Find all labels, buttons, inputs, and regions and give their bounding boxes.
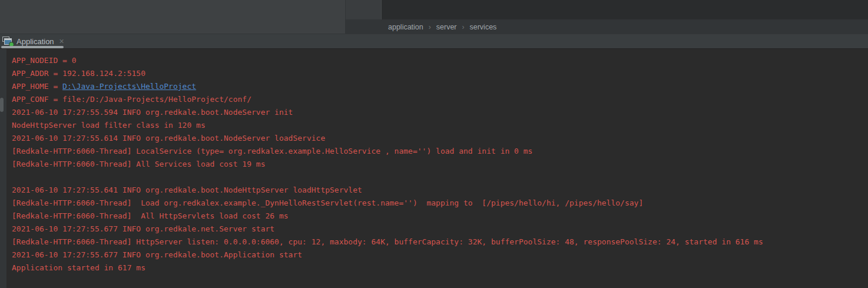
log-text: [Redkale-HTTP:6060-Thread] HttpServer li…: [12, 237, 763, 246]
console-panel: APP_NODEID = 0APP_ADDR = 192.168.124.2:5…: [0, 48, 868, 288]
log-line: [Redkale-HTTP:6060-Thread] LocalService …: [12, 145, 868, 158]
log-line: APP_HOME = D:\Java-Projects\HelloProject: [12, 80, 868, 93]
log-text: 2021-06-10 17:27:55.677 INFO org.redkale…: [12, 250, 302, 259]
log-text: APP_HOME =: [12, 82, 62, 91]
ide-window: application›server›services Application …: [0, 0, 868, 288]
log-text: [Redkale-HTTP:6060-Thread] LocalService …: [12, 147, 532, 155]
log-line: 2021-06-10 17:27:55.594 INFO org.redkale…: [12, 106, 868, 119]
log-text: [Redkale-HTTP:6060-Thread] Load org.redk…: [12, 198, 643, 207]
log-line: APP_NODEID = 0: [12, 54, 868, 67]
log-line: 2021-06-10 17:27:55.677 INFO org.redkale…: [12, 249, 868, 261]
log-line: APP_CONF = file:/D:/Java-Projects/HelloP…: [12, 93, 868, 106]
log-line: NodeHttpServer load filter class in 120 …: [12, 119, 868, 132]
log-text: 2021-06-10 17:27:55.614 INFO org.redkale…: [12, 134, 325, 143]
editor-top-panel: [382, 0, 868, 19]
top-panels: application›server›services: [0, 0, 868, 34]
log-line: 2021-06-10 17:27:55.677 INFO org.redkale…: [12, 223, 868, 236]
editor-area-panel: [0, 0, 345, 34]
log-line: [12, 171, 868, 184]
breadcrumb-item-server[interactable]: server: [436, 23, 457, 31]
log-line: APP_ADDR = 192.168.124.2:5150: [12, 67, 868, 80]
breadcrumb-item-services[interactable]: services: [470, 23, 497, 31]
log-line: [Redkale-HTTP:6060-Thread] All Services …: [12, 158, 868, 171]
log-line: Application started in 617 ms: [12, 261, 868, 274]
close-icon[interactable]: ×: [59, 37, 64, 45]
log-line: [Redkale-HTTP:6060-Thread] All HttpServl…: [12, 210, 868, 223]
log-line: [Redkale-HTTP:6060-Thread] Load org.redk…: [12, 197, 868, 210]
log-text: [Redkale-HTTP:6060-Thread] All Services …: [12, 160, 265, 168]
log-text: [Redkale-HTTP:6060-Thread] All HttpServl…: [12, 211, 289, 220]
log-text: 2021-06-10 17:27:55.677 INFO org.redkale…: [12, 224, 274, 233]
console-log: APP_NODEID = 0APP_ADDR = 192.168.124.2:5…: [0, 49, 868, 288]
run-console-icon: [2, 37, 13, 46]
log-line: [Redkale-HTTP:6060-Thread] HttpServer li…: [12, 236, 868, 249]
log-text: NodeHttpServer load filter class in 120 …: [12, 121, 206, 130]
chevron-separator-icon: ›: [429, 23, 431, 31]
breadcrumb-item-application[interactable]: application: [388, 23, 423, 31]
log-text: Application started in 617 ms: [12, 263, 145, 272]
breadcrumb: application›server›services: [387, 21, 498, 32]
log-text: APP_ADDR = 192.168.124.2:5150: [12, 69, 145, 78]
chevron-separator-icon: ›: [462, 23, 465, 31]
log-text: 2021-06-10 17:27:55.594 INFO org.redkale…: [12, 108, 293, 117]
file-path-link[interactable]: D:\Java-Projects\HelloProject: [62, 82, 196, 91]
editor-tab-strip-segment: [345, 0, 382, 19]
log-line: 2021-06-10 17:27:55.641 INFO org.redkale…: [12, 184, 868, 197]
tab-label: Application: [16, 37, 54, 46]
breadcrumb-bar: application›server›services: [345, 19, 868, 34]
log-line: 2021-06-10 17:27:55.614 INFO org.redkale…: [12, 132, 868, 145]
log-text: APP_NODEID = 0: [12, 56, 77, 65]
log-text: 2021-06-10 17:27:55.641 INFO org.redkale…: [12, 186, 362, 194]
run-toolwindow-tab-bar: Application ×: [0, 34, 868, 48]
log-text: APP_CONF = file:/D:/Java-Projects/HelloP…: [12, 95, 251, 104]
